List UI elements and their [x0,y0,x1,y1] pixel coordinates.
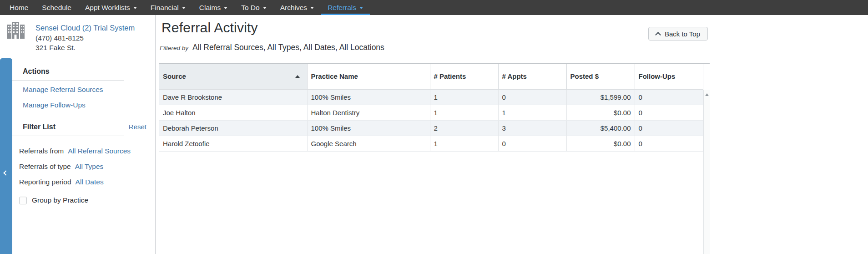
table-row[interactable]: Dave R Brookstone 100% Smiles 1 0 $1,599… [159,89,703,105]
cell-appts: 0 [498,136,566,151]
referral-activity-table: Source Practice Name # Patients # Appts … [159,63,710,254]
table-row[interactable]: Deborah Peterson 100% Smiles 2 3 $5,400.… [159,120,703,136]
nav-claims[interactable]: Claims [192,0,234,15]
actions-heading: Actions [23,67,146,76]
column-header-source[interactable]: Source [159,64,307,89]
filter-list-heading: Filter List [23,123,56,131]
nav-appt-worklists[interactable]: Appt Worklists [78,0,144,15]
practice-phone: (470) 481-8125 [35,33,135,43]
cell-posted: $0.00 [566,105,635,120]
cell-practice: Halton Dentistry [307,105,430,120]
cell-posted: $5,400.00 [566,120,635,136]
column-header-num-appts[interactable]: # Appts [498,64,566,89]
table-scrollbar[interactable] [703,90,710,254]
cell-appts: 1 [498,105,566,120]
cell-practice: 100% Smiles [307,89,430,105]
nav-schedule[interactable]: Schedule [35,0,78,15]
chevron-down-icon [224,7,227,9]
column-header-follow-ups[interactable]: Follow-Ups [635,64,703,89]
nav-archives[interactable]: Archives [273,0,321,15]
cell-posted: $1,599.00 [566,89,635,105]
filter-reporting-period: Reporting periodAll Dates [19,178,155,186]
group-by-practice-row: Group by Practice [19,196,155,204]
cell-patients: 1 [430,89,498,105]
filtered-by-label: Filtered by [160,45,188,51]
panel-divider [155,15,156,254]
practice-name-link[interactable]: Sensei Cloud (2) Trial System [35,23,135,33]
nav-financial[interactable]: Financial [144,0,192,15]
column-header-practice-name[interactable]: Practice Name [307,64,430,89]
column-header-num-patients[interactable]: # Patients [430,64,498,89]
cell-posted: $0.00 [566,136,635,151]
cell-follow-ups: 0 [635,105,703,120]
referral-types-filter-link[interactable]: All Types [75,163,104,171]
referral-sources-filter-link[interactable]: All Referral Sources [68,147,131,155]
chevron-down-icon [263,7,267,9]
cell-appts: 0 [498,89,566,105]
group-by-practice-checkbox[interactable] [19,197,27,204]
practice-building-icon [5,21,25,41]
cell-source: Harold Zetoofie [159,136,307,151]
cell-source: Deborah Peterson [159,120,307,136]
reset-filters-link[interactable]: Reset [129,123,146,131]
cell-practice: 100% Smiles [307,120,430,136]
cell-follow-ups: 0 [635,120,703,136]
practice-info: Sensei Cloud (2) Trial System (470) 481-… [35,23,135,53]
filter-referral-type: Referrals of typeAll Types [19,163,155,171]
cell-source: Joe Halton [159,105,307,120]
nav-to-do[interactable]: To Do [234,0,273,15]
nav-home[interactable]: Home [3,0,35,15]
filter-referrals-from: Referrals fromAll Referral Sources [19,147,155,155]
table-header-row: Source Practice Name # Patients # Appts … [159,64,703,89]
practice-address: 321 Fake St. [35,43,135,53]
cell-patients: 1 [430,136,498,151]
page-title: Referral Activity [161,20,258,36]
table-row[interactable]: Harold Zetoofie Google Search 1 0 $0.00 … [159,136,703,151]
divider [0,136,124,136]
reporting-period-filter-link[interactable]: All Dates [76,178,104,186]
nav-referrals-active[interactable]: Referrals [321,0,370,15]
chevron-down-icon [359,7,363,9]
sidebar-collapse-strip[interactable] [0,58,12,254]
manage-referral-sources-link[interactable]: Manage Referral Sources [23,86,103,94]
filter-summary-row: Filtered by All Referral Sources, All Ty… [160,43,384,52]
group-by-practice-label: Group by Practice [32,196,88,204]
chevron-down-icon [182,7,186,9]
chevron-down-icon [133,7,137,9]
cell-patients: 1 [430,105,498,120]
cell-follow-ups: 0 [635,136,703,151]
cell-follow-ups: 0 [635,89,703,105]
cell-patients: 2 [430,120,498,136]
top-nav: Home Schedule Appt Worklists Financial C… [0,0,868,15]
sidebar: Actions Manage Referral Sources Manage F… [0,58,155,254]
cell-practice: Google Search [307,136,430,151]
manage-follow-ups-link[interactable]: Manage Follow-Ups [23,101,86,109]
chevron-left-icon [3,170,8,175]
column-header-posted[interactable]: Posted $ [566,64,635,89]
table-row[interactable]: Joe Halton Halton Dentistry 1 1 $0.00 0 [159,105,703,120]
filtered-by-values: All Referral Sources, All Types, All Dat… [192,43,384,52]
scroll-up-icon[interactable] [705,93,709,96]
divider [0,80,124,81]
cell-appts: 3 [498,120,566,136]
chevron-down-icon [310,7,314,9]
chevron-up-icon [655,32,661,38]
cell-source: Dave R Brookstone [159,89,307,105]
back-to-top-button[interactable]: Back to Top [648,27,708,41]
sort-ascending-icon [295,75,300,78]
